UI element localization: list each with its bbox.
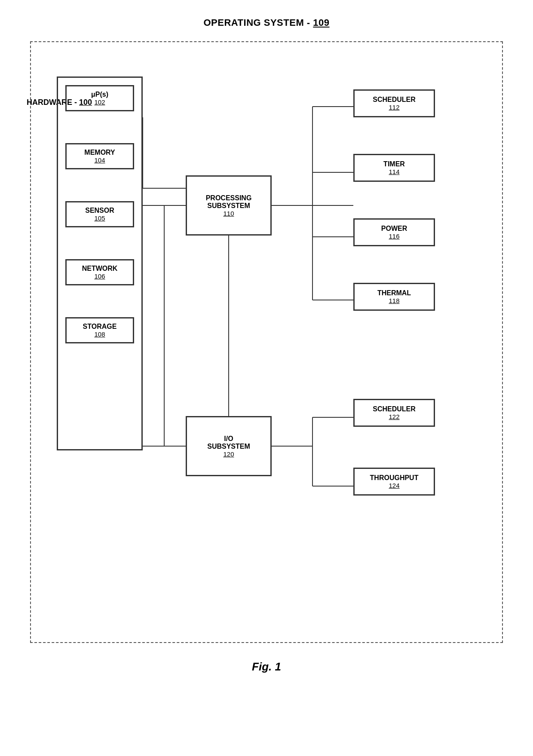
diagram-container: HARDWARE - 100 μP(s) 102 MEMORY 104 SENS… <box>30 41 503 643</box>
os-box-timer-114: TIMER 114 <box>353 154 435 182</box>
page-title: OPERATING SYSTEM - 109 <box>203 17 329 28</box>
io-subsystem-box: I/O SUBSYSTEM 120 <box>186 416 272 476</box>
os-box-throughput-124: THROUGHPUT 124 <box>353 468 435 496</box>
os-box-power-116: POWER 116 <box>353 218 435 246</box>
os-box-thermal-118: THERMAL 118 <box>353 283 435 311</box>
processing-subsystem-box: PROCESSING SUBSYSTEM 110 <box>186 175 272 236</box>
hw-box-memory: MEMORY 104 <box>65 143 134 169</box>
hw-box-storage: STORAGE 108 <box>65 317 134 343</box>
os-box-scheduler-122: SCHEDULER 122 <box>353 399 435 427</box>
hw-box-sensor: SENSOR 105 <box>65 201 134 227</box>
figure-caption: Fig. 1 <box>252 660 281 673</box>
os-box-scheduler-112: SCHEDULER 112 <box>353 89 435 117</box>
hw-box-network: NETWORK 106 <box>65 259 134 285</box>
hw-box-up: μP(s) 102 <box>65 85 134 111</box>
